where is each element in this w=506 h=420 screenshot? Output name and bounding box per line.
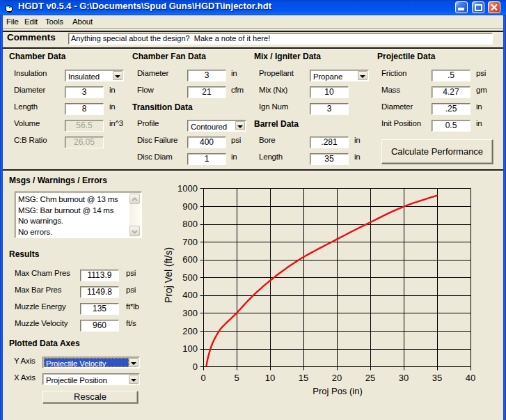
svg-text:400: 400	[182, 290, 198, 300]
svg-text:1000: 1000	[177, 183, 198, 194]
svg-text:40: 40	[466, 373, 475, 383]
svg-text:0: 0	[200, 373, 205, 383]
svg-text:600: 600	[182, 254, 198, 265]
svg-text:Proj Pos (in): Proj Pos (in)	[313, 386, 363, 396]
svg-text:500: 500	[182, 272, 198, 283]
svg-text:200: 200	[182, 326, 198, 336]
svg-text:700: 700	[182, 237, 198, 247]
svg-text:20: 20	[332, 373, 342, 383]
svg-text:900: 900	[182, 201, 198, 212]
svg-text:35: 35	[432, 373, 442, 383]
svg-text:Proj Vel (ft/s): Proj Vel (ft/s)	[163, 247, 174, 303]
svg-text:0: 0	[193, 361, 198, 372]
svg-text:10: 10	[265, 373, 275, 383]
svg-text:100: 100	[182, 343, 198, 354]
svg-text:30: 30	[399, 373, 409, 383]
svg-text:800: 800	[182, 219, 198, 229]
svg-text:300: 300	[182, 308, 198, 318]
svg-text:5: 5	[234, 373, 239, 383]
svg-text:15: 15	[299, 373, 308, 383]
svg-text:25: 25	[365, 373, 375, 383]
